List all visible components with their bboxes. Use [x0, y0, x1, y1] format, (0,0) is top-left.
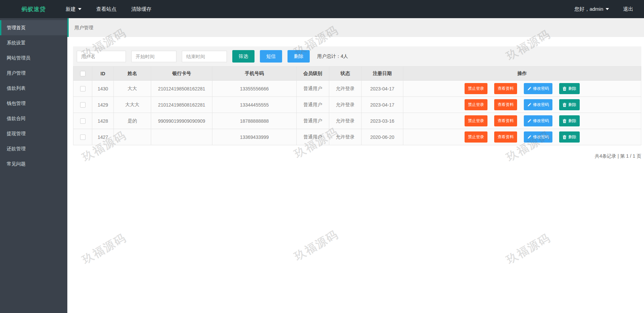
pencil-icon: [527, 119, 531, 123]
change-password-button[interactable]: 修改密码: [524, 131, 552, 143]
change-password-label: 修改密码: [533, 134, 549, 140]
cell-bank-card: 210124198508162281: [151, 81, 212, 97]
start-time-input[interactable]: [131, 51, 176, 62]
pencil-icon: [527, 87, 531, 91]
row-checkbox[interactable]: [80, 118, 86, 124]
cell-level: 普通用户: [297, 129, 329, 145]
logout-button[interactable]: 退出: [623, 6, 633, 12]
sidebar-item-home[interactable]: 管理首页: [0, 20, 67, 35]
cell-name: 大大大: [114, 97, 151, 113]
delete-row-button[interactable]: 删除: [559, 115, 580, 126]
header-bank-card: 银行卡号: [151, 67, 212, 81]
cell-status: 允许登录: [329, 97, 362, 113]
caret-down-icon: [78, 8, 81, 10]
row-checkbox[interactable]: [80, 86, 86, 91]
brand-logo: 蚂蚁速贷: [0, 5, 67, 13]
change-password-button[interactable]: 修改密码: [524, 99, 552, 110]
cell-level: 普通用户: [297, 81, 329, 97]
row-actions: 禁止登录 查看资料 修改密码 删除: [403, 83, 641, 94]
header-phone: 手机号码: [212, 67, 297, 81]
view-profile-button[interactable]: 查看资料: [494, 83, 517, 94]
trash-icon: [563, 87, 567, 91]
cell-bank-card: 990990199909090909: [151, 113, 212, 129]
nav-item-view-site[interactable]: 查看站点: [96, 6, 116, 12]
row-checkbox[interactable]: [80, 134, 86, 140]
table-header-row: ID 姓名 银行卡号 手机号码 会员级别 状态 注册日期 操作: [73, 67, 641, 81]
view-profile-button[interactable]: 查看资料: [494, 99, 517, 110]
cell-reg-date: 2023-04-17: [362, 97, 403, 113]
change-password-button[interactable]: 修改密码: [524, 115, 552, 126]
cell-phone: 13369433999: [212, 129, 297, 145]
select-all-checkbox[interactable]: [80, 71, 86, 76]
ban-login-button[interactable]: 禁止登录: [465, 83, 487, 94]
sidebar-item-user-management[interactable]: 用户管理: [0, 66, 67, 81]
change-password-label: 修改密码: [533, 102, 549, 108]
change-password-button[interactable]: 修改密码: [524, 83, 552, 94]
navbar-menu: 新建 查看站点 清除缓存: [66, 6, 151, 12]
nav-item-new-label: 新建: [66, 6, 76, 12]
filter-bar: 筛选 短信 删除 用户总计：4人: [73, 46, 641, 66]
cell-status: 允许登录: [329, 113, 362, 129]
cell-status: 允许登录: [329, 129, 362, 145]
delete-row-label: 删除: [568, 118, 576, 124]
breadcrumb: 用户管理: [67, 18, 644, 37]
username-input[interactable]: [77, 51, 126, 62]
cell-id: 1429: [92, 97, 114, 113]
cell-phone: 18788888888: [212, 113, 297, 129]
sidebar-item-system-settings[interactable]: 系统设置: [0, 35, 67, 50]
row-actions: 禁止登录 查看资料 修改密码 删除: [403, 99, 641, 110]
view-profile-button[interactable]: 查看资料: [494, 115, 517, 126]
delete-row-button[interactable]: 删除: [559, 131, 580, 143]
caret-down-icon: [606, 8, 609, 10]
change-password-label: 修改密码: [533, 86, 549, 91]
cell-id: 1428: [92, 113, 114, 129]
user-greeting: 您好，admin: [574, 6, 603, 12]
sidebar-item-site-admins[interactable]: 网站管理员: [0, 50, 67, 66]
sidebar-item-withdraw-management[interactable]: 提现管理: [0, 126, 67, 141]
sidebar-item-loan-list[interactable]: 借款列表: [0, 81, 67, 96]
cell-level: 普通用户: [297, 113, 329, 129]
trash-icon: [563, 119, 567, 123]
user-dropdown[interactable]: 您好，admin: [574, 6, 609, 12]
ban-login-button[interactable]: 禁止登录: [465, 99, 487, 110]
cell-level: 普通用户: [297, 97, 329, 113]
main-content: 用户管理 筛选 短信 删除 用户总计：4人 ID 姓名 银行卡号: [67, 18, 644, 313]
sidebar-item-repayment-management[interactable]: 还款管理: [0, 141, 67, 156]
users-table: ID 姓名 银行卡号 手机号码 会员级别 状态 注册日期 操作 1430 大大 …: [73, 66, 641, 145]
table-row: 1428 是的 990990199909090909 18788888888 普…: [73, 113, 641, 129]
header-level: 会员级别: [297, 67, 329, 81]
change-password-label: 修改密码: [533, 118, 549, 124]
delete-row-label: 删除: [568, 86, 576, 91]
sidebar-item-loan-contract[interactable]: 借款合同: [0, 111, 67, 126]
cell-reg-date: 2020-06-20: [362, 129, 403, 145]
sms-button[interactable]: 短信: [260, 50, 282, 63]
sidebar-nav: 管理首页 系统设置 网站管理员 用户管理 借款列表 钱包管理 借款合同 提现管理…: [0, 18, 67, 313]
delete-row-label: 删除: [568, 134, 576, 140]
end-time-input[interactable]: [182, 51, 227, 62]
nav-item-new[interactable]: 新建: [66, 6, 81, 12]
ban-login-button[interactable]: 禁止登录: [465, 131, 487, 143]
cell-reg-date: 2023-03-16: [362, 113, 403, 129]
table-row: 1429 大大大 210124198508162281 13344455555 …: [73, 97, 641, 113]
ban-login-button[interactable]: 禁止登录: [465, 115, 487, 126]
content-panel: 筛选 短信 删除 用户总计：4人 ID 姓名 银行卡号 手机号码 会员级别 状态…: [67, 37, 644, 159]
delete-selected-button[interactable]: 删除: [287, 50, 310, 63]
row-actions: 禁止登录 查看资料 修改密码 删除: [403, 115, 641, 126]
user-total-label: 用户总计：4人: [317, 53, 348, 60]
delete-row-button[interactable]: 删除: [559, 83, 580, 94]
cell-bank-card: 210124198508162281: [151, 97, 212, 113]
cell-status: 允许登录: [329, 81, 362, 97]
sidebar-item-wallet-management[interactable]: 钱包管理: [0, 96, 67, 111]
header-status: 状态: [329, 67, 362, 81]
nav-item-clear-cache[interactable]: 清除缓存: [131, 6, 151, 12]
filter-button[interactable]: 筛选: [232, 50, 255, 63]
cell-reg-date: 2023-04-17: [362, 81, 403, 97]
view-profile-button[interactable]: 查看资料: [494, 131, 517, 143]
sidebar-item-faq[interactable]: 常见问题: [0, 156, 67, 171]
cell-phone: 13344455555: [212, 97, 297, 113]
cell-name: [114, 129, 151, 145]
cell-phone: 13355556666: [212, 81, 297, 97]
row-checkbox[interactable]: [80, 102, 86, 108]
header-name: 姓名: [114, 67, 151, 81]
delete-row-button[interactable]: 删除: [559, 99, 580, 110]
